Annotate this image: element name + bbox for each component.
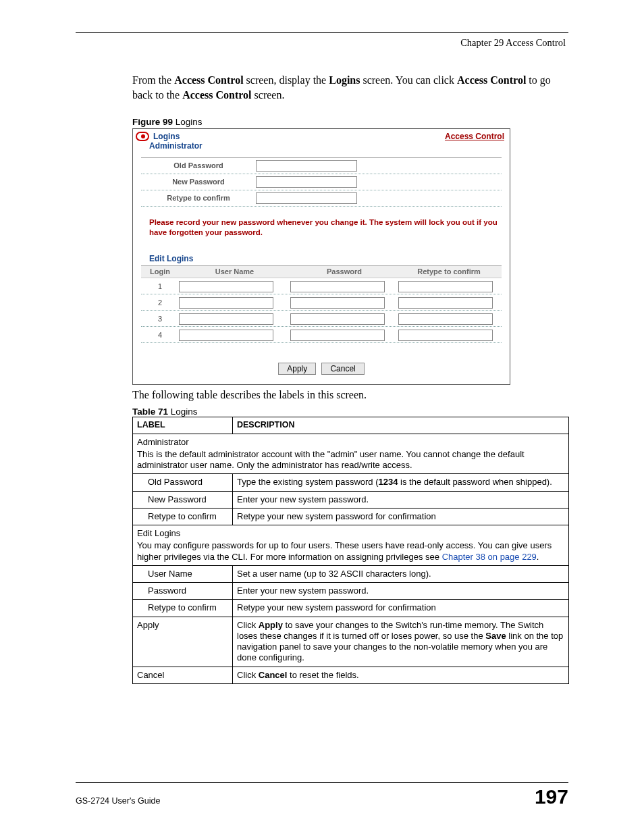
desc-text: .: [537, 552, 539, 562]
new-password-row: New Password: [141, 174, 502, 190]
row-desc: Retype your new system password for conf…: [233, 508, 569, 525]
retype-desc-row: Retype to confirm Retype your new system…: [133, 508, 569, 525]
figure-title: Logins: [173, 117, 203, 127]
login-num: 1: [141, 282, 179, 290]
password-input-3[interactable]: [290, 313, 385, 325]
desc-bold: Save: [485, 631, 506, 641]
access-control-link[interactable]: Access Control: [445, 132, 504, 141]
row-label: New Password: [133, 491, 233, 508]
desc-text: Click: [237, 670, 259, 680]
table-number: Table 71: [132, 407, 168, 417]
desc-bold: Cancel: [259, 670, 288, 680]
intro-bold: Access Control: [182, 89, 251, 101]
row-desc: Set a user name (up to 32 ASCII characte…: [233, 565, 569, 582]
password-input-4[interactable]: [290, 330, 385, 341]
table-header-row: LABEL DESCRIPTION: [133, 417, 569, 434]
login-row-3: 3: [141, 311, 502, 327]
row-label: User Name: [133, 565, 233, 582]
apply-desc-row: Apply Click Apply to save your changes t…: [133, 617, 569, 667]
logins-header-icon: [136, 132, 149, 141]
logins-table-header: Login User Name Password Retype to confi…: [141, 266, 502, 278]
desc-bold: Apply: [259, 620, 283, 630]
login-num: 3: [141, 315, 179, 323]
retype2-desc-row: Retype to confirm Retype your new system…: [133, 600, 569, 617]
top-rule: [76, 32, 568, 33]
admin-section-title: Administrator: [137, 437, 564, 448]
figure-logins-screen: Logins Access Control Administrator Old …: [132, 128, 510, 385]
admin-password-area: Old Password New Password Retype to conf…: [141, 157, 502, 207]
row-desc: Enter your new system password.: [233, 583, 569, 600]
row-label: Password: [133, 583, 233, 600]
chapter-header: Chapter 29 Access Control: [76, 37, 568, 49]
figure-number: Figure 99: [132, 117, 173, 127]
new-password-label: New Password: [141, 174, 256, 190]
description-table: LABEL DESCRIPTION Administrator This is …: [132, 417, 569, 684]
edit-logins-table: Login User Name Password Retype to confi…: [141, 265, 502, 343]
row-desc: Enter your new system password.: [233, 491, 569, 508]
col-retype: Retype to confirm: [398, 266, 500, 278]
edit-logins-desc: You may configure passwords for up to fo…: [137, 540, 564, 563]
row-desc: Retype your new system password for conf…: [233, 600, 569, 617]
row-desc: Click Cancel to reset the fields.: [233, 667, 569, 683]
row-label: Apply: [133, 617, 233, 667]
intro-text: screen.: [252, 89, 285, 101]
administrator-label: Administrator: [133, 141, 510, 155]
intro-text: From the: [132, 74, 174, 86]
th-label: LABEL: [133, 417, 233, 434]
apply-button[interactable]: Apply: [278, 363, 316, 375]
retype-label: Retype to confirm: [141, 190, 256, 206]
row-desc: Type the existing system password (1234 …: [233, 474, 569, 491]
row-label: Old Password: [133, 474, 233, 491]
password-input-2[interactable]: [290, 297, 385, 309]
edit-logins-section-row: Edit Logins You may configure passwords …: [133, 525, 569, 566]
page-footer: GS-2724 User's Guide 197: [76, 782, 568, 808]
desc-text: Click: [237, 620, 259, 630]
edit-logins-cell: Edit Logins You may configure passwords …: [133, 525, 569, 566]
login-num: 4: [141, 331, 179, 339]
username-input-4[interactable]: [179, 330, 273, 341]
admin-section-cell: Administrator This is the default admini…: [133, 434, 569, 474]
username-input-2[interactable]: [179, 297, 273, 309]
row-label: Cancel: [133, 667, 233, 683]
figure-header: Logins Access Control: [133, 129, 510, 141]
old-password-input[interactable]: [256, 160, 357, 172]
retype-input-1[interactable]: [398, 281, 493, 292]
chapter-link[interactable]: Chapter 38 on page 229: [442, 552, 537, 562]
table-intro-text: The following table describes the labels…: [132, 389, 568, 401]
desc-bold: 1234: [379, 477, 398, 487]
login-row-2: 2: [141, 294, 502, 311]
intro-bold: Logins: [329, 74, 360, 86]
intro-text: screen, display the: [244, 74, 329, 86]
username-desc-row: User Name Set a user name (up to 32 ASCI…: [133, 565, 569, 582]
desc-text: to reset the fields.: [287, 670, 358, 680]
edit-logins-title: Edit Logins: [137, 528, 564, 539]
new-password-input[interactable]: [256, 176, 357, 188]
table-title: Logins: [168, 407, 198, 417]
password-warning: Please record your new password whenever…: [133, 207, 510, 243]
username-input-1[interactable]: [179, 281, 273, 292]
intro-bold: Access Control: [174, 74, 243, 86]
password-input-1[interactable]: [290, 281, 385, 292]
cancel-button[interactable]: Cancel: [321, 363, 364, 375]
th-description: DESCRIPTION: [233, 417, 569, 434]
table-caption: Table 71 Logins: [132, 407, 568, 417]
footer-page-number: 197: [535, 785, 568, 808]
old-password-row: Old Password: [141, 158, 502, 174]
retype-row: Retype to confirm: [141, 190, 502, 207]
admin-section-row: Administrator This is the default admini…: [133, 434, 569, 474]
old-password-label: Old Password: [141, 158, 256, 174]
admin-section-desc: This is the default administrator accoun…: [137, 449, 564, 471]
intro-bold: Access Control: [457, 74, 526, 86]
row-label: Retype to confirm: [133, 600, 233, 617]
retype-password-input[interactable]: [256, 192, 357, 204]
intro-paragraph: From the Access Control screen, display …: [132, 73, 568, 102]
intro-text: screen. You can click: [360, 74, 457, 86]
row-desc: Click Apply to save your changes to the …: [233, 617, 569, 667]
retype-input-2[interactable]: [398, 297, 493, 309]
row-label: Retype to confirm: [133, 508, 233, 525]
username-input-3[interactable]: [179, 313, 273, 325]
desc-text: Type the existing system password (: [237, 477, 379, 487]
figure-buttons: Apply Cancel: [133, 343, 510, 384]
retype-input-4[interactable]: [398, 330, 493, 341]
retype-input-3[interactable]: [398, 313, 493, 325]
